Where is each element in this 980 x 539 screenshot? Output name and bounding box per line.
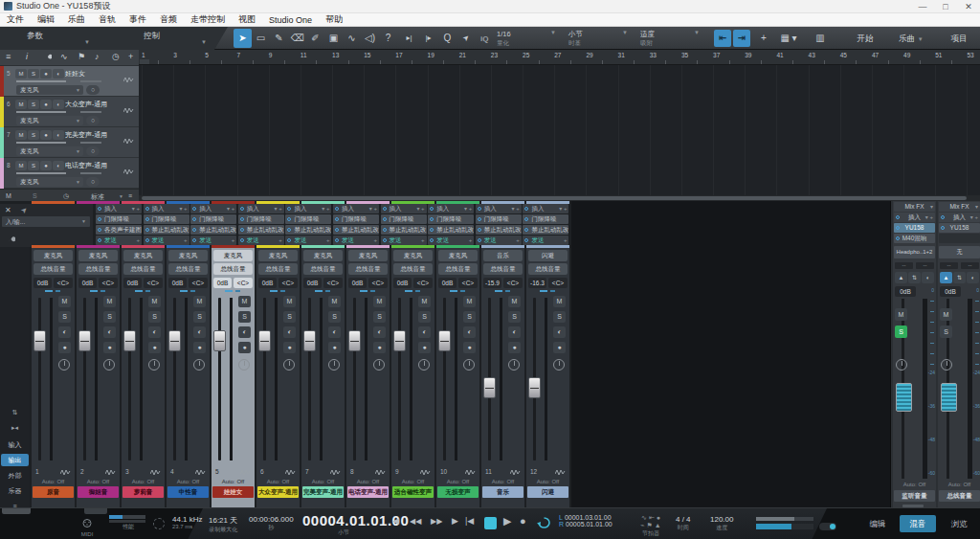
- channel-name-label[interactable]: 音乐: [482, 486, 523, 498]
- channel-gain-knob-icon[interactable]: [193, 359, 205, 371]
- channel-gain-knob-icon[interactable]: [418, 359, 430, 371]
- channel-record-button[interactable]: ●: [508, 342, 521, 353]
- fast-forward-icon[interactable]: ▶▶: [431, 517, 442, 526]
- track-mute-button[interactable]: M: [15, 69, 27, 79]
- track-monitor-button[interactable]: ◐: [53, 69, 64, 79]
- channel-name-label[interactable]: 电话变声-通用: [347, 486, 389, 498]
- stop-button[interactable]: [484, 517, 497, 529]
- channel-name-label[interactable]: 无损变声: [437, 486, 479, 498]
- performance-meter[interactable]: 性能: [109, 515, 147, 531]
- channel-pan-value[interactable]: <C>: [548, 278, 568, 288]
- insert-rack-header[interactable]: 插入▾ +: [523, 204, 568, 213]
- grid-options-icon[interactable]: ▦ ▾: [777, 30, 800, 47]
- mixer-tab-外部[interactable]: 外部: [1, 469, 29, 482]
- send-rack-header[interactable]: 发送+: [238, 236, 284, 245]
- channel-record-button[interactable]: ●: [328, 342, 341, 353]
- channel-record-button[interactable]: ●: [283, 342, 296, 353]
- channel-pan-value[interactable]: <C>: [323, 278, 343, 288]
- insert-slot-1[interactable]: 门限降噪: [190, 214, 236, 224]
- channel-input-select[interactable]: 麦克风: [303, 250, 343, 261]
- channel-strip-12[interactable]: 闪避总线音量-16.3<C>MS◐●12Auto: Off闪避: [526, 248, 569, 507]
- channel-mute-button[interactable]: M: [283, 296, 296, 307]
- menu-item-9[interactable]: 帮助: [319, 13, 349, 26]
- channel-name-label[interactable]: 萝莉音: [122, 486, 164, 498]
- channel-strip-1[interactable]: 麦克风总线音量0dB<C>MS◐●1Auto: Off原音: [32, 248, 75, 507]
- channel-solo-button[interactable]: S: [508, 311, 521, 323]
- track-volume-slider[interactable]: [16, 111, 66, 113]
- menu-item-8[interactable]: Studio One: [262, 15, 319, 25]
- mono-icon[interactable]: ▲: [940, 272, 952, 283]
- channel-gain-value[interactable]: 0dB: [168, 278, 187, 288]
- channel-record-button[interactable]: ●: [238, 342, 251, 353]
- track-input-select[interactable]: 麦克风▼: [16, 177, 83, 187]
- master-pan-l[interactable]: --: [940, 262, 958, 269]
- track-mute-button[interactable]: M: [15, 100, 27, 109]
- channel-name-label[interactable]: 闪避: [527, 486, 568, 498]
- channel-gain-knob-icon[interactable]: [508, 359, 520, 371]
- channel-strip-3[interactable]: 麦克风总线音量0dB<C>MS◐●3Auto: Off萝莉音: [122, 248, 165, 507]
- params-dropdown[interactable]: 参数: [27, 31, 43, 42]
- master-strip-1[interactable]: Mix FX▾插入▾ +YU158M40混响Headpho..1+2----▲⇅…: [893, 201, 936, 507]
- channel-automation-mode[interactable]: Auto: Off: [167, 478, 210, 485]
- channel-gain-knob-icon[interactable]: [553, 359, 565, 371]
- prev-marker-icon[interactable]: ▸|: [400, 29, 418, 48]
- channel-monitor-button[interactable]: ◐: [373, 326, 386, 338]
- help-tool-icon[interactable]: ?: [379, 29, 397, 48]
- channel-monitor-button[interactable]: ◐: [193, 326, 206, 338]
- channel-monitor-button[interactable]: ◐: [463, 326, 476, 338]
- insert-rack-header[interactable]: 插入▾ +: [96, 204, 142, 213]
- track-list-menu-icon[interactable]: ≡: [6, 52, 11, 61]
- channel-solo-button[interactable]: S: [58, 311, 71, 323]
- swap-channels-icon[interactable]: ⇅: [908, 272, 921, 283]
- channel-monitor-button[interactable]: ◐: [418, 326, 431, 338]
- channel-record-button[interactable]: ●: [103, 342, 116, 353]
- metronome-icon[interactable]: ▲: [655, 522, 661, 528]
- track-monitor-button[interactable]: ○: [86, 146, 100, 156]
- arrow-tool-icon[interactable]: ➤: [234, 29, 252, 48]
- return-to-start-icon[interactable]: |◀: [465, 516, 474, 526]
- master-automation-mode[interactable]: Auto: Off: [893, 482, 936, 487]
- master-name-label[interactable]: 监听音量: [894, 490, 935, 502]
- master-insert-header[interactable]: 插入▾ +: [894, 213, 935, 222]
- io-filter-dropdown[interactable]: 入/输...▼: [2, 216, 90, 227]
- channel-pan-value[interactable]: <C>: [54, 278, 73, 288]
- master-gain-value[interactable]: 0dB: [940, 286, 961, 297]
- fader-handle[interactable]: [438, 330, 451, 351]
- channel-pan-value[interactable]: <C>: [503, 278, 523, 288]
- master-insert-slot-1[interactable]: YU158: [939, 223, 980, 233]
- fader-handle[interactable]: [258, 330, 271, 351]
- close-button[interactable]: ✕: [957, 2, 980, 11]
- channel-output-select[interactable]: 总线音量: [438, 263, 478, 275]
- track-pan-slider[interactable]: [80, 80, 101, 82]
- track-height-icon[interactable]: ≡: [128, 192, 132, 199]
- maximize-button[interactable]: □: [934, 2, 957, 11]
- console-scroll-tab[interactable]: [2, 508, 31, 514]
- insert-slot-1[interactable]: 门限降噪: [144, 214, 189, 224]
- insert-rack-header[interactable]: 插入▾ +: [476, 204, 522, 213]
- channel-output-select[interactable]: 总线音量: [168, 263, 208, 275]
- master-solo-button[interactable]: S: [940, 326, 952, 338]
- channel-input-select[interactable]: 麦克风: [123, 250, 163, 261]
- channel-gain-knob-icon[interactable]: [103, 359, 115, 371]
- insert-rack-header[interactable]: 插入▾ +: [381, 204, 427, 213]
- channel-strip-4[interactable]: 麦克风总线音量0dB<C>MS◐●4Auto: Off中性音: [167, 248, 210, 507]
- insert-slot-2[interactable]: 禁止乱动乱改: [476, 225, 522, 235]
- channel-solo-button[interactable]: S: [148, 311, 161, 323]
- track-monitor-button[interactable]: ○: [86, 85, 100, 95]
- track-volume-slider[interactable]: [16, 172, 66, 174]
- fader-handle[interactable]: [168, 330, 181, 351]
- channel-mute-button[interactable]: M: [58, 296, 71, 307]
- channel-gain-knob-icon[interactable]: [238, 359, 250, 371]
- master-strip-2[interactable]: Mix FX▾插入▾ +YU158无----▲⇅◐0dB0-24-36-48-6…: [938, 201, 980, 507]
- insert-slot-2[interactable]: 禁止乱动乱改: [428, 225, 474, 235]
- channel-mute-button[interactable]: M: [103, 296, 116, 307]
- channel-strip-5[interactable]: 麦克风总线音量0dB<C>MS◐●5Auto: Off娃娃女: [212, 248, 255, 507]
- channel-input-select[interactable]: 麦克风: [348, 250, 388, 261]
- balance-icon[interactable]: ◐: [967, 272, 979, 283]
- channel-automation-mode[interactable]: Auto: Off: [256, 478, 300, 485]
- record-mode-icon[interactable]: ●: [657, 514, 660, 521]
- fast-rewind-icon[interactable]: ◀◀: [410, 517, 421, 526]
- channel-strip-7[interactable]: 麦克风总线音量0dB<C>MS◐●7Auto: Off完美变声-通用: [301, 248, 345, 507]
- send-rack-header[interactable]: 发送+: [381, 236, 427, 245]
- channel-monitor-button[interactable]: ◐: [283, 326, 296, 338]
